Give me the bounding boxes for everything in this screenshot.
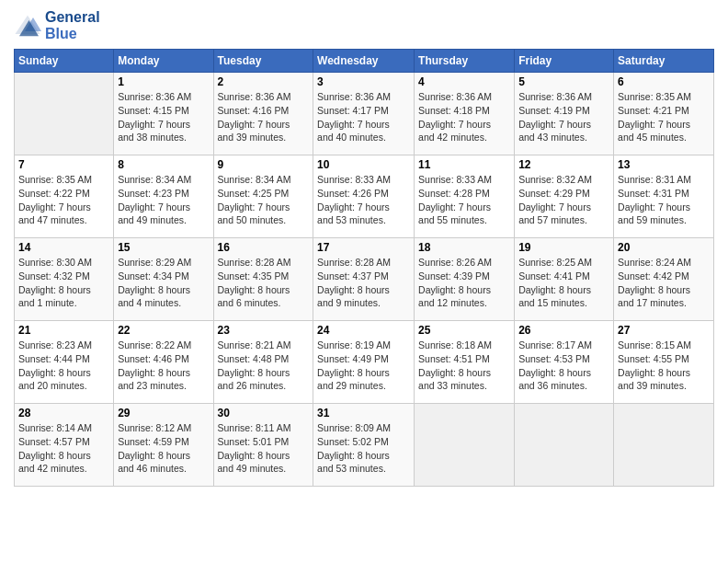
cell-info: Sunrise: 8:31 AMSunset: 4:31 PMDaylight:… [618, 173, 710, 227]
day-number: 6 [618, 75, 710, 88]
calendar-cell [515, 404, 614, 487]
cell-info: Sunrise: 8:35 AMSunset: 4:21 PMDaylight:… [618, 90, 710, 144]
cell-info: Sunrise: 8:14 AMSunset: 4:57 PMDaylight:… [18, 421, 109, 476]
cell-info: Sunrise: 8:36 AMSunset: 4:17 PMDaylight:… [317, 90, 410, 144]
calendar-cell: 19Sunrise: 8:25 AMSunset: 4:41 PMDayligh… [515, 238, 614, 321]
calendar-cell: 22Sunrise: 8:22 AMSunset: 4:46 PMDayligh… [114, 321, 213, 404]
calendar-cell: 13Sunrise: 8:31 AMSunset: 4:31 PMDayligh… [614, 155, 714, 238]
calendar-week-row: 28Sunrise: 8:14 AMSunset: 4:57 PMDayligh… [15, 404, 714, 487]
calendar-cell: 26Sunrise: 8:17 AMSunset: 4:53 PMDayligh… [515, 321, 614, 404]
day-number: 28 [18, 407, 109, 419]
calendar-week-row: 14Sunrise: 8:30 AMSunset: 4:32 PMDayligh… [15, 238, 714, 321]
calendar-cell: 15Sunrise: 8:29 AMSunset: 4:34 PMDayligh… [114, 238, 213, 321]
calendar-cell: 8Sunrise: 8:34 AMSunset: 4:23 PMDaylight… [114, 155, 213, 238]
logo-icon [14, 12, 41, 40]
calendar-cell: 7Sunrise: 8:35 AMSunset: 4:22 PMDaylight… [15, 155, 114, 238]
calendar-week-row: 21Sunrise: 8:23 AMSunset: 4:44 PMDayligh… [15, 321, 714, 404]
page: General Blue SundayMondayTuesdayWednesda… [0, 0, 728, 563]
day-number: 17 [317, 241, 410, 254]
cell-info: Sunrise: 8:26 AMSunset: 4:39 PMDaylight:… [418, 256, 510, 310]
cell-info: Sunrise: 8:35 AMSunset: 4:22 PMDaylight:… [18, 173, 109, 227]
calendar-cell [415, 404, 515, 487]
day-of-week-header: Sunday [15, 50, 114, 73]
day-of-week-header: Friday [515, 50, 614, 73]
cell-info: Sunrise: 8:28 AMSunset: 4:37 PMDaylight:… [317, 256, 410, 310]
day-number: 23 [218, 324, 310, 337]
calendar-cell: 31Sunrise: 8:09 AMSunset: 5:02 PMDayligh… [313, 404, 415, 487]
calendar-cell: 28Sunrise: 8:14 AMSunset: 4:57 PMDayligh… [15, 404, 114, 487]
calendar-cell: 24Sunrise: 8:19 AMSunset: 4:49 PMDayligh… [313, 321, 415, 404]
cell-info: Sunrise: 8:30 AMSunset: 4:32 PMDaylight:… [18, 256, 109, 310]
calendar-table: SundayMondayTuesdayWednesdayThursdayFrid… [14, 49, 714, 487]
day-number: 22 [118, 324, 209, 337]
calendar-cell [15, 73, 114, 155]
cell-info: Sunrise: 8:36 AMSunset: 4:18 PMDaylight:… [418, 90, 510, 144]
cell-info: Sunrise: 8:17 AMSunset: 4:53 PMDaylight:… [518, 339, 609, 393]
calendar-cell: 20Sunrise: 8:24 AMSunset: 4:42 PMDayligh… [614, 238, 714, 321]
calendar-week-row: 7Sunrise: 8:35 AMSunset: 4:22 PMDaylight… [15, 155, 714, 238]
cell-info: Sunrise: 8:19 AMSunset: 4:49 PMDaylight:… [317, 339, 410, 393]
day-number: 4 [418, 75, 510, 88]
cell-info: Sunrise: 8:28 AMSunset: 4:35 PMDaylight:… [218, 256, 310, 310]
day-number: 30 [218, 407, 310, 419]
cell-info: Sunrise: 8:09 AMSunset: 5:02 PMDaylight:… [317, 421, 410, 476]
cell-info: Sunrise: 8:34 AMSunset: 4:23 PMDaylight:… [118, 173, 209, 227]
calendar-week-row: 1Sunrise: 8:36 AMSunset: 4:15 PMDaylight… [15, 73, 714, 155]
calendar-cell: 17Sunrise: 8:28 AMSunset: 4:37 PMDayligh… [313, 238, 415, 321]
calendar-cell: 27Sunrise: 8:15 AMSunset: 4:55 PMDayligh… [614, 321, 714, 404]
day-of-week-header: Wednesday [313, 50, 415, 73]
header-row: SundayMondayTuesdayWednesdayThursdayFrid… [15, 50, 714, 73]
cell-info: Sunrise: 8:24 AMSunset: 4:42 PMDaylight:… [618, 256, 710, 310]
cell-info: Sunrise: 8:36 AMSunset: 4:16 PMDaylight:… [218, 90, 310, 144]
day-of-week-header: Thursday [415, 50, 515, 73]
day-number: 1 [118, 75, 209, 88]
calendar-cell: 3Sunrise: 8:36 AMSunset: 4:17 PMDaylight… [313, 73, 415, 155]
day-number: 19 [518, 241, 609, 254]
calendar-cell [614, 404, 714, 487]
day-number: 11 [418, 158, 510, 171]
day-number: 2 [218, 75, 310, 88]
cell-info: Sunrise: 8:36 AMSunset: 4:15 PMDaylight:… [118, 90, 209, 144]
day-number: 24 [317, 324, 410, 337]
calendar-body: 1Sunrise: 8:36 AMSunset: 4:15 PMDaylight… [15, 73, 714, 487]
calendar-cell: 16Sunrise: 8:28 AMSunset: 4:35 PMDayligh… [213, 238, 313, 321]
logo-text: General Blue [45, 9, 100, 41]
day-number: 26 [518, 324, 609, 337]
day-number: 31 [317, 407, 410, 419]
logo: General Blue [14, 9, 100, 41]
day-number: 8 [118, 158, 209, 171]
day-number: 21 [18, 324, 109, 337]
calendar-cell: 11Sunrise: 8:33 AMSunset: 4:28 PMDayligh… [415, 155, 515, 238]
day-number: 20 [618, 241, 710, 254]
calendar-cell: 5Sunrise: 8:36 AMSunset: 4:19 PMDaylight… [515, 73, 614, 155]
day-number: 7 [18, 158, 109, 171]
calendar-cell: 30Sunrise: 8:11 AMSunset: 5:01 PMDayligh… [213, 404, 313, 487]
calendar-cell: 4Sunrise: 8:36 AMSunset: 4:18 PMDaylight… [415, 73, 515, 155]
cell-info: Sunrise: 8:29 AMSunset: 4:34 PMDaylight:… [118, 256, 209, 310]
cell-info: Sunrise: 8:25 AMSunset: 4:41 PMDaylight:… [518, 256, 609, 310]
day-number: 27 [618, 324, 710, 337]
day-number: 29 [118, 407, 209, 419]
day-number: 9 [218, 158, 310, 171]
cell-info: Sunrise: 8:33 AMSunset: 4:28 PMDaylight:… [418, 173, 510, 227]
calendar-cell: 14Sunrise: 8:30 AMSunset: 4:32 PMDayligh… [15, 238, 114, 321]
cell-info: Sunrise: 8:34 AMSunset: 4:25 PMDaylight:… [218, 173, 310, 227]
day-of-week-header: Saturday [614, 50, 714, 73]
cell-info: Sunrise: 8:18 AMSunset: 4:51 PMDaylight:… [418, 339, 510, 393]
cell-info: Sunrise: 8:23 AMSunset: 4:44 PMDaylight:… [18, 339, 109, 393]
day-number: 15 [118, 241, 209, 254]
day-number: 25 [418, 324, 510, 337]
calendar-cell: 6Sunrise: 8:35 AMSunset: 4:21 PMDaylight… [614, 73, 714, 155]
calendar-cell: 1Sunrise: 8:36 AMSunset: 4:15 PMDaylight… [114, 73, 213, 155]
calendar-cell: 25Sunrise: 8:18 AMSunset: 4:51 PMDayligh… [415, 321, 515, 404]
cell-info: Sunrise: 8:33 AMSunset: 4:26 PMDaylight:… [317, 173, 410, 227]
day-number: 5 [518, 75, 609, 88]
calendar-header: SundayMondayTuesdayWednesdayThursdayFrid… [15, 50, 714, 73]
calendar-cell: 9Sunrise: 8:34 AMSunset: 4:25 PMDaylight… [213, 155, 313, 238]
calendar-cell: 18Sunrise: 8:26 AMSunset: 4:39 PMDayligh… [415, 238, 515, 321]
calendar-cell: 10Sunrise: 8:33 AMSunset: 4:26 PMDayligh… [313, 155, 415, 238]
cell-info: Sunrise: 8:32 AMSunset: 4:29 PMDaylight:… [518, 173, 609, 227]
day-number: 3 [317, 75, 410, 88]
cell-info: Sunrise: 8:15 AMSunset: 4:55 PMDaylight:… [618, 339, 710, 393]
calendar-cell: 29Sunrise: 8:12 AMSunset: 4:59 PMDayligh… [114, 404, 213, 487]
